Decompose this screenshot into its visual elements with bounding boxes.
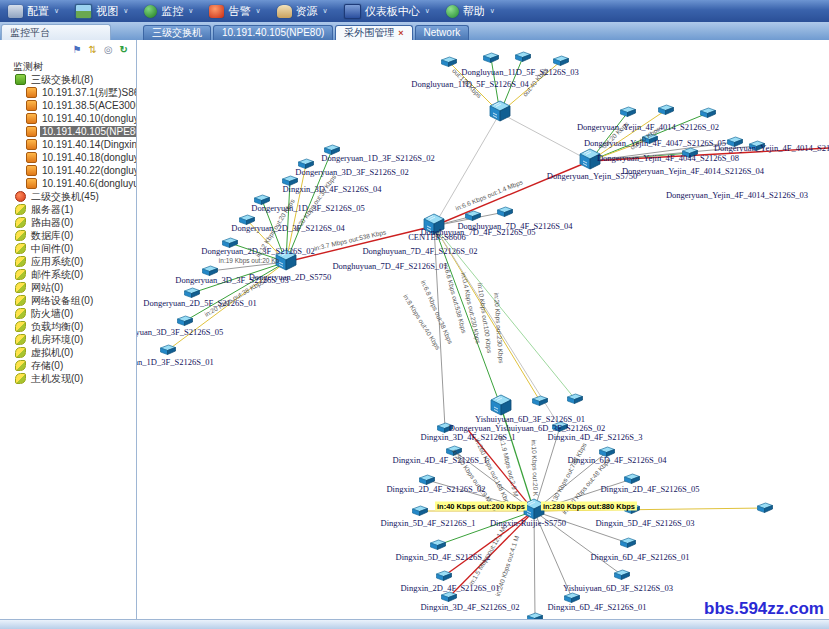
menu-item-label: 配置 xyxy=(27,4,49,19)
switch-icon[interactable] xyxy=(515,48,532,66)
tree-item-应用系统(0)[interactable]: 应用系统(0) xyxy=(0,255,136,268)
node-label: Dongeryuan_Yejin_S5750 xyxy=(547,171,637,181)
device-icon xyxy=(15,269,26,280)
search-icon[interactable]: ◎ xyxy=(104,45,113,55)
tree-item-label: 防火墙(0) xyxy=(29,307,75,320)
switch-icon[interactable] xyxy=(532,392,549,410)
node-label: Donghuyuan_7D_4F_S2126S_05 xyxy=(420,227,535,237)
chevron-down-icon: ∨ xyxy=(123,7,128,15)
tab-10.191.40.105(NPE80)[interactable]: 10.191.40.105(NPE80) xyxy=(213,25,333,40)
help-icon xyxy=(446,5,459,18)
node-label: Dingxin_4D_4F_S2126S_1 xyxy=(393,455,488,465)
tree-item-虚拟机(0)[interactable]: 虚拟机(0) xyxy=(0,346,136,359)
tree-item-二级交换机(45)[interactable]: 二级交换机(45) xyxy=(0,190,136,203)
tree-item-防火墙(0)[interactable]: 防火墙(0) xyxy=(0,307,136,320)
device-icon xyxy=(15,334,26,345)
tree-item-label: 服务器(1) xyxy=(29,203,75,216)
device-icon xyxy=(26,152,37,163)
switch-icon[interactable] xyxy=(567,390,584,408)
switch-icon[interactable] xyxy=(483,49,500,67)
menu-item-帮助[interactable]: 帮助∨ xyxy=(438,0,503,22)
tree-item-三级交换机(8)[interactable]: 三级交换机(8) xyxy=(0,73,136,86)
switch-icon[interactable] xyxy=(757,499,774,517)
tree-item-路由器(0)[interactable]: 路由器(0) xyxy=(0,216,136,229)
tree-item-10.191.40.6(dongluyuan_2D_j(汇聚[interactable]: 10.191.40.6(dongluyuan_2D_j(汇聚 xyxy=(0,177,136,190)
tab-采外围管理[interactable]: 采外围管理× xyxy=(335,25,412,40)
tree-item-10.191.40.22(dongluyuan_7D_j(汇[interactable]: 10.191.40.22(dongluyuan_7D_j(汇 xyxy=(0,164,136,177)
tree-item-存储(0)[interactable]: 存储(0) xyxy=(0,359,136,372)
device-icon xyxy=(15,321,26,332)
tree-item-网站(0)[interactable]: 网站(0) xyxy=(0,281,136,294)
tree-item-邮件系统(0)[interactable]: 邮件系统(0) xyxy=(0,268,136,281)
topology-canvas[interactable]: Dongluyuan_11D_5F_S2126S_03Dongluyuan_11… xyxy=(137,40,829,629)
menu-item-视图[interactable]: 视图∨ xyxy=(67,0,136,22)
chevron-down-icon: ∨ xyxy=(54,7,59,15)
tab-三级交换机[interactable]: 三级交换机 xyxy=(143,25,211,40)
tree-item-网络设备组(0)[interactable]: 网络设备组(0) xyxy=(0,294,136,307)
menu-item-告警[interactable]: 告警∨ xyxy=(201,0,268,22)
tree-item-主机发现(0)[interactable]: 主机发现(0) xyxy=(0,372,136,385)
tree-item-10.191.40.18(dongluyuan_11D_j[[interactable]: 10.191.40.18(dongluyuan_11D_j[ xyxy=(0,151,136,164)
switch-hub-icon[interactable] xyxy=(488,100,512,126)
panel-tab-zone: 监控平台 xyxy=(0,22,137,40)
tab-Network[interactable]: Network xyxy=(415,25,470,40)
menu-item-资源[interactable]: 资源∨ xyxy=(269,0,336,22)
menu-item-配置[interactable]: 配置∨ xyxy=(0,0,67,22)
sidebar-toolbar: ⚑⇅◎↻ xyxy=(0,40,136,58)
tree-item-label: 存储(0) xyxy=(29,359,65,372)
tree-item-10.191.40.10(dongluyuanyejin_j[[interactable]: 10.191.40.10(dongluyuanyejin_j[ xyxy=(0,112,136,125)
switch-icon[interactable] xyxy=(658,101,675,119)
tree-item-数据库(0)[interactable]: 数据库(0) xyxy=(0,229,136,242)
chevron-down-icon: ∨ xyxy=(490,7,495,15)
node-label: Dingxin_5D_4F_S2126S_2 xyxy=(396,552,491,562)
flag-icon[interactable]: ⚑ xyxy=(73,45,82,55)
node-label: Dongeryuan_Yejin_4F_4014_S2126S_03 xyxy=(666,190,808,200)
sidebar: ⚑⇅◎↻ 监测树三级交换机(8)10.191.37.1(别墅)S860610.1… xyxy=(0,40,137,629)
menu-item-监控[interactable]: 监控∨ xyxy=(136,0,201,22)
panel-tab-monitor-platform[interactable]: 监控平台 xyxy=(1,24,111,40)
menu-item-label: 仪表板中心 xyxy=(365,4,420,19)
switch-icon[interactable] xyxy=(614,566,631,584)
close-icon[interactable]: × xyxy=(398,29,403,38)
dashboard-icon xyxy=(344,4,361,19)
tree-item-label: 主机发现(0) xyxy=(29,372,85,385)
tree-item-10.191.38.5(ACE3000)[interactable]: 10.191.38.5(ACE3000) xyxy=(0,99,136,112)
switch-icon[interactable] xyxy=(497,203,514,221)
node-label: Dongeryuan_3D_3F_S2126S_02 xyxy=(295,167,408,177)
tree-item-机房环境(0)[interactable]: 机房环境(0) xyxy=(0,333,136,346)
menu-item-仪表板中心[interactable]: 仪表板中心∨ xyxy=(336,0,438,22)
tree-item-label: 10.191.38.5(ACE3000) xyxy=(40,100,136,111)
chevron-down-icon: ∨ xyxy=(425,7,430,15)
tree-item-中间件(0)[interactable]: 中间件(0) xyxy=(0,242,136,255)
tree-item-label: 三级交换机(8) xyxy=(29,73,95,86)
tree-item-服务器(1)[interactable]: 服务器(1) xyxy=(0,203,136,216)
tree-item-label: 网站(0) xyxy=(29,281,65,294)
tree-item-label: 邮件系统(0) xyxy=(29,268,85,281)
node-label: Dingxin_3D_4F_S2126S_02 xyxy=(420,602,519,612)
switch-icon[interactable] xyxy=(620,103,637,121)
sort-icon[interactable]: ⇅ xyxy=(88,45,96,55)
switch-icon[interactable] xyxy=(700,104,717,122)
tree-item-10.191.40.105(NPE80)[interactable]: 10.191.40.105(NPE80) xyxy=(0,125,136,138)
device-icon xyxy=(15,347,26,358)
node-label: Dongeryuan_Yejin_4F_4014_S2126S_04 xyxy=(622,166,764,176)
switch-icon[interactable] xyxy=(620,534,637,552)
node-label: Dingxin_5D_4F_S2126S_03 xyxy=(595,518,694,528)
menu-item-label: 视图 xyxy=(96,4,118,19)
tree-item-10.191.37.1(别墅)S8606[interactable]: 10.191.37.1(别墅)S8606 xyxy=(0,86,136,99)
device-icon xyxy=(15,191,26,202)
node-label: Dingxin_3D_4F_S2126S_04 xyxy=(282,184,381,194)
device-icon xyxy=(26,139,37,150)
tree-item-监测树[interactable]: 监测树 xyxy=(0,60,136,73)
tree-item-10.191.40.14(Dingxin5750)[interactable]: 10.191.40.14(Dingxin5750) xyxy=(0,138,136,151)
tab-label: Network xyxy=(424,26,461,40)
node-label: Dongluyuan_11D_5F_S2126S_03 xyxy=(461,67,578,77)
device-icon xyxy=(15,295,26,306)
refresh-icon[interactable]: ↻ xyxy=(120,45,128,55)
device-icon xyxy=(26,113,37,124)
monitor-icon xyxy=(144,5,157,18)
tab-label: 三级交换机 xyxy=(152,26,202,40)
tree-item-label: 二级交换机(45) xyxy=(29,190,101,203)
tree-item-label: 虚拟机(0) xyxy=(29,346,75,359)
tree-item-负载均衡(0)[interactable]: 负载均衡(0) xyxy=(0,320,136,333)
